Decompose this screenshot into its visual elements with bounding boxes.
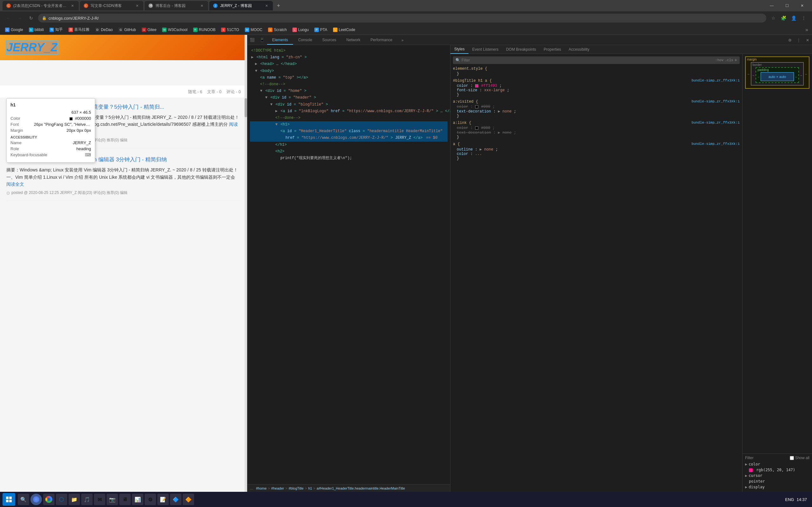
breadcrumb-a[interactable]: a#Header1_HeaderTitle.headermaintitle.He… [316,487,405,490]
bookmark-github[interactable]: G GitHub [116,26,138,34]
tab-write[interactable]: C 写文章-CSDN博客 ✕ [80,1,143,10]
styles-tab-accessibility[interactable]: Accessibility [565,45,593,54]
dom-node-doctype[interactable]: <!DOCTYPE html> [250,48,448,54]
dom-node-h1-a[interactable]: <a id = "Header1_HeaderTitle" class = "h… [250,128,448,135]
bookmark-mooc[interactable]: M MOOC [242,26,265,34]
devtools-settings-icon[interactable]: ⚙ [785,36,794,45]
bookmark-star-icon[interactable]: ☆ [769,14,778,22]
taskbar-app8[interactable]: 🖥 [119,494,131,505]
dom-node-h2[interactable]: <h2> [250,148,448,155]
devtools-more-tabs[interactable]: » [397,36,408,45]
styles-tab-styles[interactable]: Styles [450,45,468,54]
devtools-inspect-icon[interactable]: ⬛ [247,36,257,45]
computed-triangle-display[interactable]: ▶ [745,485,747,489]
tab-close-jerry[interactable]: ✕ [264,3,269,8]
bookmark-bilibili[interactable]: b bilibili [26,26,46,34]
dom-node-a-top[interactable]: <a name = "top" ></a> [250,74,448,81]
styles-tab-dom-breakpoints[interactable]: DOM Breakpoints [502,45,540,54]
margin-minus-btn[interactable]: – [748,72,750,76]
tab-csdn[interactable]: C (2条消息)CSDN - 专业开发者社区 ✕ [3,1,79,10]
breadcrumb-blogtitle[interactable]: #blogTitle [289,487,304,490]
devtools-tab-network[interactable]: Network [341,36,365,45]
bookmark-dedao[interactable]: D DeDao [93,26,115,34]
show-all-checkbox[interactable] [790,456,794,460]
devtools-tab-sources[interactable]: Sources [317,36,341,45]
bookmark-zhihu[interactable]: 知 知乎 [47,26,65,34]
dom-node-comment2[interactable]: <!--done--> [250,115,448,121]
breadcrumb-h1[interactable]: h1 [308,487,312,490]
bookmark-leetcode[interactable]: L LeetCode [331,26,358,34]
devtools-tab-console[interactable]: Console [293,36,317,45]
styles-filter-input[interactable] [461,58,714,62]
profile-icon[interactable]: 👤 [789,14,798,22]
css-source-1[interactable]: bundle-simp…zr_ffx3Xk:1 [692,78,740,83]
url-box[interactable]: 🔒 cnblogs.com/JERRY-Z-J-R/ [38,14,766,22]
css-source-2[interactable]: bundle-simp…zr_ffx3Xk:1 [692,100,740,105]
filter-hov-button[interactable]: :hov [715,58,723,62]
devtools-tab-elements[interactable]: Elements [267,36,293,45]
computed-triangle-color[interactable]: ▶ [745,462,747,466]
back-button[interactable]: ← [4,14,13,22]
dom-node-html[interactable]: ▶ <html lang = "zh-cn" > [250,54,448,61]
bookmarks-more-button[interactable]: » [804,27,809,33]
dom-node-h1-close[interactable]: </h1> [250,142,448,148]
taskbar-app9[interactable]: 📊 [132,494,143,505]
forward-button[interactable]: → [15,14,24,22]
close-button[interactable]: ✕ [795,1,809,10]
reload-button[interactable]: ↻ [27,14,36,22]
dom-node-comment1[interactable]: <!--done--> [250,81,448,88]
taskbar-search-icon[interactable]: 🔍 [18,494,29,505]
bookmark-google[interactable]: G Google [3,26,26,34]
devtools-close-icon[interactable]: ✕ [803,36,812,45]
dom-node-printf[interactable]: printf("现实到要死的理想主义者\n"); [250,155,448,162]
bookmark-51cto[interactable]: 5 51CTO [218,26,241,34]
dom-node-head[interactable]: ▶ <head> … </head> [250,61,448,67]
filter-plus-button[interactable]: + [734,58,737,63]
bookmark-pta[interactable]: P PTA [312,26,329,34]
devtools-device-icon[interactable]: 📱 [257,36,267,45]
taskbar-app12[interactable]: 🔷 [170,494,182,505]
bookmark-w3cschool[interactable]: W W3Cschool [159,26,190,34]
extensions-icon[interactable]: 🧩 [779,14,788,22]
tab-close-write[interactable]: ✕ [135,3,140,8]
devtools-tab-performance[interactable]: Performance [365,36,397,45]
start-button[interactable] [3,493,15,506]
taskbar-app6[interactable]: ✉ [94,494,105,505]
taskbar-app10[interactable]: ⚙ [145,494,156,505]
bookmark-runoob[interactable]: R RUNOOB [191,26,218,34]
menu-icon[interactable]: ⋮ [799,14,808,22]
maximize-button[interactable]: ☐ [780,1,794,10]
taskbar-cortana-icon[interactable] [31,494,42,505]
dom-node-a-logo[interactable]: ▶ <a id = "lnkBlogLogo" href = "https://… [250,108,448,115]
tab-close-csdn[interactable]: ✕ [70,3,75,8]
taskbar-explorer-icon[interactable]: 📁 [68,494,80,505]
taskbar-app13[interactable]: 🔶 [183,494,194,505]
taskbar-chrome-icon[interactable] [43,494,55,505]
taskbar-app11[interactable]: 📝 [157,494,169,505]
styles-tab-event-listeners[interactable]: Event Listeners [468,45,502,54]
styles-tab-properties[interactable]: Properties [540,45,565,54]
webpage-scrollbar[interactable] [245,35,247,492]
devtools-kebab-icon[interactable]: ⋮ [794,36,803,45]
dom-node-h1-a2[interactable]: href = "https://www.cnblogs.com/JERRY-Z-… [250,135,448,141]
taskbar-app7[interactable]: 📷 [107,494,118,505]
tab-close-backend[interactable]: ✕ [199,3,204,8]
css-source-3[interactable]: bundle-simp…zr_ffx3Xk:1 [692,121,740,126]
dom-node-div-blogtitle[interactable]: ▼ <div id = "blogTitle" > [250,101,448,108]
bookmark-scratch[interactable]: S Scratch [265,26,289,34]
bookmark-gitee[interactable]: G Gitee [139,26,159,34]
filter-cls-button[interactable]: .cls [725,58,733,62]
read-more-2[interactable]: 阅读全文 [6,181,24,187]
taskbar-vsc-icon[interactable]: ⬡ [56,494,67,505]
taskbar-app5[interactable]: 🎵 [81,494,93,505]
dom-node-h1[interactable]: ▼ <h1> [250,121,448,128]
bookmark-luogu[interactable]: L Luogu [290,26,311,34]
dom-node-div-header[interactable]: ▼ <div id = "header" > [250,95,448,101]
bookmark-ximalaya[interactable]: 喜 喜马拉雅 [66,26,92,34]
dom-node-div-home[interactable]: ▼ <div id = "home" > [250,88,448,95]
minimize-button[interactable]: — [764,1,779,10]
dom-node-body[interactable]: ▼ <body> [250,68,448,74]
new-tab-button[interactable]: + [274,1,283,10]
scrollbar-thumb[interactable] [245,98,247,117]
tab-backend[interactable]: 博 博客后台 - 博客园 ✕ [145,1,208,10]
